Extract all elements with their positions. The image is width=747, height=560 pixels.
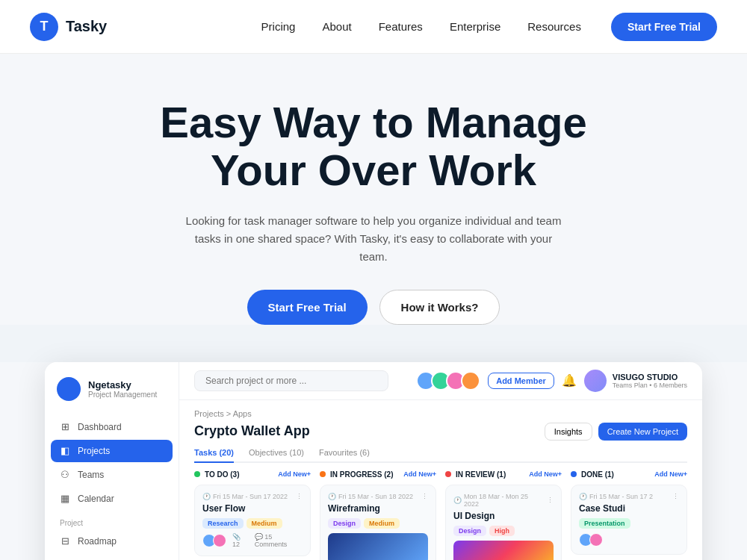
logo[interactable]: T Tasky: [30, 13, 107, 41]
app-preview: Ngetasky Project Management ⊞ Dashboard …: [0, 362, 747, 560]
sidebar-section-label: Project: [45, 511, 179, 530]
sidebar-project-nav: ⊟ Roadmap ⊡ Backlog ▤ Board: [45, 530, 179, 560]
roadmap-icon: ⊟: [60, 536, 70, 547]
sidebar-brand-icon: [57, 377, 81, 401]
column-done: DONE (1) Add New+ 🕐 Fri 15 Mar - Sun 17 …: [571, 470, 687, 560]
col-title-inreview: IN REVIEW (1): [456, 470, 524, 479]
tab-favourites[interactable]: Favourites (6): [319, 448, 370, 461]
task-tags: Design Medium: [328, 518, 428, 529]
add-member-button[interactable]: Add Member: [488, 373, 554, 389]
project-header: Crypto Wallet App Insights Create New Pr…: [194, 423, 687, 441]
sidebar-item-projects[interactable]: ◧ Projects: [51, 440, 173, 462]
task-name: UI Design: [453, 511, 554, 521]
nav-item-pricing[interactable]: Pricing: [261, 20, 296, 34]
col-title-inprogress: IN PROGRESS (2): [330, 470, 399, 479]
status-dot-done: [571, 471, 577, 477]
sidebar-brand-name: Ngetasky: [88, 379, 157, 391]
tag-high: High: [489, 526, 515, 536]
workspace-info: VISUGO STUDIO Teams Plan • 6 Members: [584, 370, 687, 392]
workspace-plan: Teams Plan • 6 Members: [613, 382, 687, 389]
workspace-avatar: [584, 370, 607, 392]
task-name: User Flow: [202, 503, 303, 514]
tag-presentation: Presentation: [579, 518, 630, 529]
hero-secondary-button[interactable]: How it Works?: [379, 290, 500, 325]
status-dot-todo: [194, 471, 200, 477]
sidebar-brand: Ngetasky Project Management: [45, 377, 179, 416]
nav-cta-button[interactable]: Start Free Trial: [611, 13, 717, 41]
add-inprogress-button[interactable]: Add New+: [403, 470, 436, 478]
hero-title: Easy Way to Manage Your Over Work: [30, 99, 717, 194]
tag-research: Research: [202, 518, 244, 529]
tag-medium: Medium: [364, 518, 400, 529]
task-image: [328, 533, 428, 560]
task-card[interactable]: 🕐 Mon 18 Mar - Mon 25 2022 ⋮ UI Design D…: [445, 485, 562, 560]
task-tags: Presentation: [579, 518, 679, 529]
column-inprogress: IN PROGRESS (2) Add New+ 🕐 Fri 15 Mar - …: [320, 470, 436, 560]
task-meta: 📎 12 💬 15 Comments: [232, 533, 303, 548]
app-sidebar: Ngetasky Project Management ⊞ Dashboard …: [45, 362, 179, 560]
task-name: Wireframing: [328, 503, 428, 514]
task-avatars: [202, 534, 226, 547]
task-name: Case Studi: [579, 503, 679, 514]
logo-letter: T: [40, 19, 49, 34]
column-inreview: IN REVIEW (1) Add New+ 🕐 Mon 18 Mar - Mo…: [445, 470, 562, 560]
sidebar-item-roadmap[interactable]: ⊟ Roadmap: [51, 530, 173, 553]
task-tags: Research Medium: [202, 518, 303, 529]
tab-tasks[interactable]: Tasks (20): [194, 448, 234, 463]
dashboard-icon: ⊞: [60, 422, 70, 432]
add-todo-button[interactable]: Add New+: [278, 470, 311, 478]
column-todo: TO DO (3) Add New+ 🕐 Fri 15 Mar - Sun 17…: [194, 470, 311, 560]
app-window: Ngetasky Project Management ⊞ Dashboard …: [45, 362, 702, 560]
hero-subtitle: Looking for task manager software to hel…: [179, 212, 568, 266]
workspace-name: VISUGO STUDIO: [613, 373, 687, 382]
task-date: 🕐 Mon 18 Mar - Mon 25 2022 ⋮: [453, 493, 554, 508]
tab-objectives[interactable]: Objectives (10): [249, 448, 304, 461]
avatar-4: [461, 371, 480, 391]
insights-button[interactable]: Insights: [545, 423, 592, 441]
task-tabs: Tasks (20) Objectives (10) Favourites (6…: [194, 448, 687, 463]
app-main: Add Member 🔔 VISUGO STUDIO Teams Plan • …: [179, 362, 702, 560]
task-image: [453, 541, 554, 560]
task-tags: Design High: [453, 526, 554, 536]
tag-design: Design: [453, 526, 486, 536]
bell-icon[interactable]: 🔔: [562, 373, 577, 388]
logo-icon: T: [30, 13, 58, 41]
nav-item-about[interactable]: About: [322, 20, 351, 34]
task-date: 🕐 Fri 15 Mar - Sun 17 2022 ⋮: [202, 493, 303, 500]
task-card[interactable]: 🕐 Fri 15 Mar - Sun 18 2022 ⋮ Wireframing…: [320, 485, 436, 560]
sidebar-item-teams[interactable]: ⚇ Teams: [51, 464, 173, 486]
app-content: Projects > Apps Crypto Wallet App Insigh…: [179, 400, 702, 560]
app-topbar: Add Member 🔔 VISUGO STUDIO Teams Plan • …: [179, 362, 702, 400]
col-title-done: DONE (1): [581, 470, 650, 479]
navbar: T Tasky Pricing About Features Enterpris…: [0, 0, 747, 54]
add-done-button[interactable]: Add New+: [654, 470, 687, 478]
task-date: 🕐 Fri 15 Mar - Sun 17 2 ⋮: [579, 493, 679, 500]
sidebar-nav: ⊞ Dashboard ◧ Projects ⚇ Teams ▦ Calenda…: [45, 416, 179, 510]
col-title-todo: TO DO (3): [205, 470, 273, 479]
sidebar-brand-sub: Project Management: [88, 391, 157, 399]
task-avatars: [579, 533, 603, 547]
kanban-board: TO DO (3) Add New+ 🕐 Fri 15 Mar - Sun 17…: [194, 470, 687, 560]
nav-item-resources[interactable]: Resources: [527, 20, 581, 34]
teams-icon: ⚇: [60, 470, 70, 480]
projects-icon: ◧: [60, 446, 70, 456]
breadcrumb: Projects > Apps: [194, 409, 687, 418]
tag-design: Design: [328, 518, 361, 529]
status-dot-inprogress: [320, 471, 326, 477]
task-avatar: [213, 534, 226, 547]
nav-item-features[interactable]: Features: [379, 20, 423, 34]
sidebar-item-dashboard[interactable]: ⊞ Dashboard: [51, 416, 173, 438]
calendar-icon: ▦: [60, 494, 70, 504]
sidebar-item-backlog[interactable]: ⊡ Backlog: [51, 554, 173, 560]
task-card[interactable]: 🕐 Fri 15 Mar - Sun 17 2 ⋮ Case Studi Pre…: [571, 485, 687, 555]
task-date: 🕐 Fri 15 Mar - Sun 18 2022 ⋮: [328, 493, 428, 500]
sidebar-item-calendar[interactable]: ▦ Calendar: [51, 488, 173, 510]
nav-item-enterprise[interactable]: Enterprise: [450, 20, 500, 34]
nav-links: Pricing About Features Enterprise Resour…: [261, 20, 581, 34]
hero-primary-button[interactable]: Start Free Trial: [247, 290, 368, 325]
tag-medium: Medium: [247, 518, 282, 529]
new-project-button[interactable]: Create New Project: [598, 423, 687, 441]
task-card[interactable]: 🕐 Fri 15 Mar - Sun 17 2022 ⋮ User Flow R…: [194, 485, 311, 556]
search-input[interactable]: [194, 370, 388, 391]
add-inreview-button[interactable]: Add New+: [529, 470, 562, 478]
